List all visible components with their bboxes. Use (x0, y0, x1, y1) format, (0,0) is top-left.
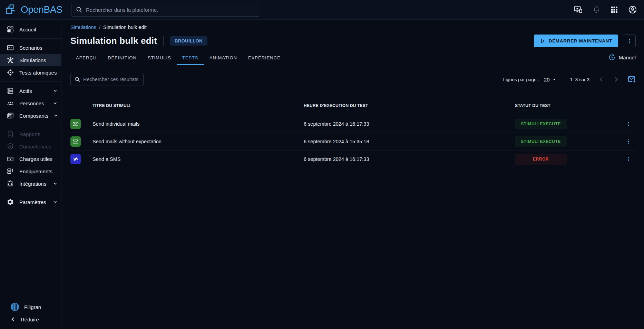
sidebar-item-label: Endiguements (19, 168, 52, 174)
chevron-down-icon (53, 101, 58, 106)
collapse-label: Réduire (21, 317, 39, 322)
sidebar-item-competences: Compétences (0, 140, 61, 153)
test-status-badge: STIMULI EXECUTE (515, 136, 567, 147)
page-kebab-menu-button[interactable] (623, 35, 636, 47)
global-search[interactable] (71, 3, 260, 17)
sidebar-item-parametres[interactable]: Paramètres (0, 196, 61, 208)
tab-experience[interactable]: EXPÉRIENCE (243, 50, 286, 65)
play-icon (540, 38, 545, 44)
breadcrumb-simulations-link[interactable]: Simulations (70, 25, 96, 30)
topbar-actions (574, 5, 644, 14)
sidebar-item-label: Composants (19, 113, 48, 119)
dashboard-icon (7, 26, 14, 33)
chevron-left-icon (10, 317, 16, 322)
header-status[interactable]: STATUT DU TEST (515, 103, 621, 108)
apps-grid-icon[interactable] (610, 6, 618, 14)
sidebar-divider (0, 193, 61, 193)
table-row[interactable]: Send mails without expectation 6 septemb… (70, 133, 636, 151)
sidebar-item-tests-atomiques[interactable]: Tests atomiques (0, 66, 61, 79)
movie-icon (7, 44, 14, 51)
sidebar-item-scenarios[interactable]: Scenarios (0, 41, 61, 54)
sidebar-item-personnes[interactable]: Personnes (0, 97, 61, 109)
tabs: APERÇU DÉFINITION STIMULIS TESTS ANIMATI… (70, 50, 636, 65)
sidebar-item-label: Rapports (19, 131, 40, 137)
sidebar-item-label: Accueil (19, 27, 36, 32)
newspaper-icon (7, 112, 14, 119)
execution-time: 6 septembre 2024 à 15:35:18 (304, 139, 515, 144)
chevron-down-icon (53, 88, 58, 93)
rows-per-page-value: 20 (544, 77, 550, 83)
hub-icon (7, 56, 14, 64)
gear-icon (7, 198, 14, 206)
row-kebab-menu-button[interactable] (621, 156, 636, 162)
payload-box-icon (7, 155, 14, 163)
start-now-button[interactable]: DÉMARRER MAINTENANT (534, 35, 618, 47)
tab-stimulis[interactable]: STIMULIS (142, 50, 177, 65)
breadcrumb-current: Simulation bulk edit (103, 25, 147, 30)
dns-icon (7, 87, 14, 95)
send-mail-export-icon[interactable] (627, 75, 636, 84)
email-icon (70, 136, 81, 147)
sidebar-item-composants[interactable]: Composants (0, 109, 61, 122)
header-time[interactable]: HEURE D'EXECUTION DU TEST (304, 103, 515, 108)
next-page-button[interactable] (613, 76, 619, 83)
sidebar-item-label: Paramètres (19, 199, 46, 205)
tab-definition[interactable]: DÉFINITION (102, 50, 142, 65)
pagination-nav (598, 76, 619, 83)
rows-per-page-select[interactable]: 20 (544, 77, 556, 83)
filigran-label: Filigran (24, 304, 41, 310)
sidebar-item-accueil[interactable]: Accueil (0, 23, 61, 36)
table-header-row: TITRE DU STIMULI HEURE D'EXECUTION DU TE… (70, 101, 636, 110)
sidebar-item-label: Charges utiles (19, 156, 52, 162)
sidebar-item-rapports: Rapports (0, 128, 61, 140)
email-icon (70, 119, 81, 129)
row-kebab-menu-button[interactable] (621, 139, 636, 144)
table-body: Send individual mails 6 septembre 2024 à… (70, 115, 636, 168)
containment-icon (7, 167, 14, 175)
results-search-input[interactable] (83, 77, 140, 82)
tab-tests[interactable]: TESTS (177, 50, 204, 65)
sidebar-divider (0, 38, 61, 39)
header-title[interactable]: TITRE DU STIMULI (92, 103, 304, 108)
table-row[interactable]: Send a SMS 6 septembre 2024 à 16:17:33 E… (70, 151, 636, 168)
sidebar-divider (0, 125, 61, 125)
openbas-logo-icon (5, 3, 17, 16)
sidebar-item-label: Personnes (19, 100, 44, 106)
collapse-sidebar-button[interactable]: Réduire (0, 313, 61, 326)
update-mode[interactable]: Manuel (608, 54, 636, 61)
sidebar-item-actifs[interactable]: Actifs (0, 85, 61, 97)
start-now-label: DÉMARRER MAINTENANT (549, 38, 612, 43)
sidebar-item-label: Tests atomiques (19, 70, 57, 76)
sidebar-item-simulations[interactable]: Simulations (0, 54, 61, 66)
breadcrumb-separator: / (99, 25, 100, 30)
search-icon (74, 76, 80, 83)
test-status-badge: ERROR (515, 154, 567, 165)
filigran-link[interactable]: Filigran (0, 301, 61, 313)
execution-time: 6 septembre 2024 à 16:17:33 (304, 156, 515, 162)
global-search-input[interactable] (86, 7, 256, 13)
important-devices-icon[interactable] (574, 5, 583, 14)
title-actions: DÉMARRER MAINTENANT (534, 35, 636, 47)
stimulus-title: Send individual mails (92, 121, 304, 127)
sidebar-item-charges-utiles[interactable]: Charges utiles (0, 153, 61, 165)
title-row: Simulation bulk edit BROUILLON DÉMARRER … (70, 35, 636, 47)
main-content: Simulations / Simulation bulk edit Simul… (61, 20, 644, 329)
test-status-badge: STIMULI EXECUTE (515, 119, 567, 129)
sidebar-item-integrations[interactable]: Intégrations (0, 177, 61, 190)
openbas-logo[interactable]: OpenBAS (0, 3, 66, 16)
pagination: Lignes par page : 20 1–3 sur 3 (503, 75, 636, 84)
search-icon (76, 6, 82, 13)
row-kebab-menu-button[interactable] (621, 121, 636, 127)
tab-animation[interactable]: ANIMATION (204, 50, 243, 65)
groups-icon (7, 99, 14, 107)
account-circle-icon[interactable] (628, 5, 637, 14)
sidebar-item-endiguements[interactable]: Endiguements (0, 165, 61, 177)
caret-down-icon (552, 77, 556, 81)
rows-per-page-label: Lignes par page : (503, 77, 539, 82)
tab-apercu[interactable]: APERÇU (70, 50, 102, 65)
previous-page-button[interactable] (598, 76, 605, 83)
notifications-bell-icon[interactable] (592, 6, 601, 14)
results-search[interactable] (70, 73, 144, 86)
stimulus-title: Send mails without expectation (92, 139, 304, 144)
table-row[interactable]: Send individual mails 6 septembre 2024 à… (70, 115, 636, 133)
